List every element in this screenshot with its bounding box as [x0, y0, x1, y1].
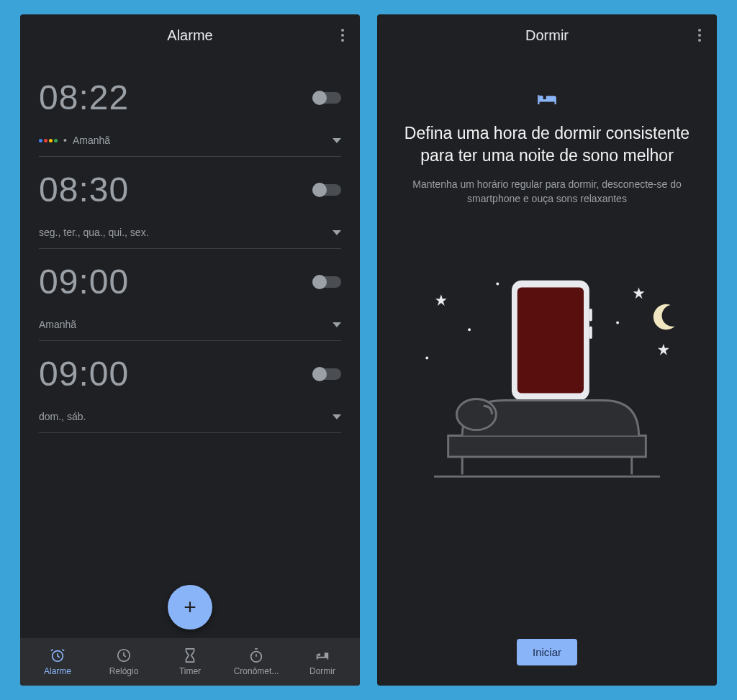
- alarm-icon: [50, 647, 65, 663]
- bottom-nav: Alarme Relógio Timer Cronômet... Dormir: [20, 638, 360, 686]
- svg-rect-13: [517, 287, 584, 393]
- stopwatch-icon: [248, 647, 264, 663]
- alarm-time[interactable]: 09:00: [39, 354, 129, 394]
- svg-point-16: [456, 399, 496, 429]
- alarm-subtitle-row: seg., ter., qua., qui., sex.: [39, 227, 149, 238]
- svg-point-7: [425, 356, 428, 359]
- alarm-toggle[interactable]: [312, 184, 341, 196]
- clock-icon: [116, 647, 132, 663]
- chevron-down-icon[interactable]: [333, 322, 341, 327]
- alarm-item[interactable]: 08:22 • Amanhã: [39, 65, 341, 157]
- alarm-time[interactable]: 08:22: [39, 78, 129, 117]
- start-button[interactable]: Iniciar: [517, 639, 577, 665]
- svg-point-2: [251, 652, 262, 663]
- svg-marker-5: [435, 294, 447, 306]
- assistant-icon: [39, 139, 58, 142]
- sleep-onboarding: Defina uma hora de dormir consistente pa…: [377, 56, 717, 686]
- alarm-subtitle-row: Amanhã: [39, 319, 76, 330]
- plus-icon: +: [184, 595, 196, 619]
- svg-point-8: [496, 282, 499, 285]
- svg-rect-14: [589, 309, 592, 322]
- alarm-item[interactable]: 09:00 Amanhã: [39, 249, 341, 341]
- hourglass-icon: [182, 647, 198, 663]
- svg-rect-15: [589, 326, 592, 339]
- nav-label: Cronômet...: [234, 666, 279, 676]
- alarm-time[interactable]: 08:30: [39, 170, 129, 209]
- nav-timer[interactable]: Timer: [157, 647, 223, 676]
- svg-point-6: [468, 328, 471, 331]
- more-icon[interactable]: [692, 23, 707, 47]
- alarm-list: 08:22 • Amanhã 08:30: [20, 56, 360, 638]
- nav-stopwatch[interactable]: Cronômet...: [223, 647, 289, 676]
- chevron-down-icon[interactable]: [333, 414, 341, 419]
- add-alarm-button[interactable]: +: [168, 585, 212, 629]
- nav-alarm[interactable]: Alarme: [24, 647, 91, 676]
- chevron-down-icon[interactable]: [333, 138, 341, 143]
- start-label: Iniciar: [533, 646, 561, 658]
- alarm-subtitle-row: dom., sáb.: [39, 411, 86, 422]
- nav-clock[interactable]: Relógio: [91, 647, 157, 676]
- svg-marker-9: [633, 287, 645, 299]
- nav-label: Relógio: [109, 666, 139, 676]
- alarm-subtitle: Amanhã: [73, 135, 110, 146]
- alarm-header: Alarme: [20, 14, 360, 56]
- alarm-subtitle: dom., sáb.: [39, 411, 86, 422]
- alarm-toggle[interactable]: [312, 276, 341, 288]
- alarm-toggle[interactable]: [312, 368, 341, 380]
- bed-icon: [537, 92, 557, 109]
- nav-label: Alarme: [44, 666, 71, 676]
- sleep-screen: Dormir Defina uma hora de dormir consist…: [377, 14, 717, 686]
- alarm-item[interactable]: 08:30 seg., ter., qua., qui., sex.: [39, 157, 341, 249]
- nav-label: Dormir: [309, 666, 335, 676]
- svg-point-4: [539, 96, 543, 100]
- alarm-item[interactable]: 09:00 dom., sáb.: [39, 341, 341, 433]
- alarm-screen: Alarme 08:22 • Amanhã: [20, 14, 360, 686]
- svg-point-3: [318, 653, 321, 656]
- alarm-subtitle: Amanhã: [39, 319, 76, 330]
- sleep-title-header: Dormir: [525, 27, 569, 44]
- alarm-time[interactable]: 09:00: [39, 262, 129, 301]
- alarm-subtitle: seg., ter., qua., qui., sex.: [39, 227, 149, 238]
- sleep-headline: Defina uma hora de dormir consistente pa…: [399, 122, 695, 167]
- nav-label: Timer: [179, 666, 201, 676]
- alarm-toggle[interactable]: [312, 92, 341, 104]
- more-icon[interactable]: [335, 23, 350, 47]
- sleep-header: Dormir: [377, 14, 717, 56]
- svg-point-11: [616, 321, 619, 324]
- bed-icon: [315, 647, 330, 663]
- alarm-title: Alarme: [167, 27, 212, 44]
- svg-marker-10: [658, 344, 669, 355]
- alarm-subtitle-row: • Amanhã: [39, 135, 110, 146]
- chevron-down-icon[interactable]: [333, 230, 341, 235]
- nav-sleep[interactable]: Dormir: [289, 647, 356, 676]
- sleep-subtext: Mantenha um horário regular para dormir,…: [399, 177, 695, 206]
- sleep-illustration: [399, 271, 695, 487]
